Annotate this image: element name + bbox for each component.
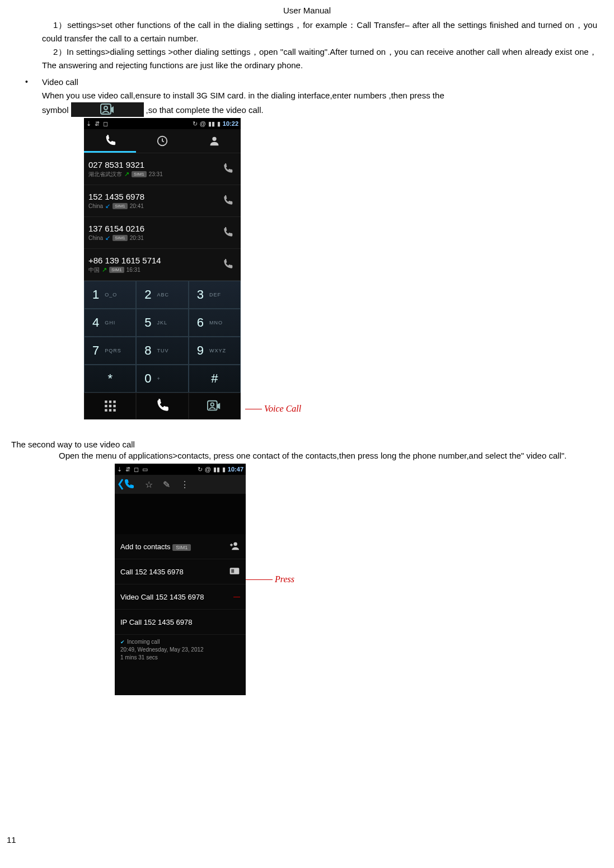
contact-menu-item[interactable]: Add to contacts SIM1 — [115, 534, 246, 559]
incoming-icon: ↙ — [105, 202, 110, 210]
star-icon[interactable]: ☆ — [145, 479, 153, 490]
contact-menu-item[interactable]: IP Call 152 1435 6978 — [115, 610, 246, 635]
key-letters: DEF — [209, 292, 221, 298]
key-letters: TUV — [157, 348, 169, 353]
key-letters: O_O — [105, 292, 117, 298]
svg-rect-12 — [113, 409, 115, 411]
contact-menu-item[interactable]: Video Call 152 1435 6978 — [115, 584, 246, 610]
outgoing-icon: ↗ — [124, 171, 129, 178]
key-letters: + — [157, 376, 161, 381]
call-time: 16:31 — [126, 267, 140, 273]
keypad-key-1[interactable]: 1O_O — [84, 281, 136, 309]
svg-rect-8 — [109, 405, 111, 407]
key-digit: 5 — [144, 315, 151, 330]
annotation-tick — [233, 597, 240, 597]
video-call-symbol — [71, 102, 144, 117]
keypad-key-#[interactable]: # — [189, 365, 241, 393]
key-digit: 9 — [197, 343, 204, 358]
notif-icon: ⇣ — [117, 466, 122, 473]
section-2-title: The second way to use video call — [11, 440, 603, 449]
bullet-title: Video call — [42, 76, 603, 89]
symbol-label-pre: symbol — [42, 105, 69, 115]
svg-rect-6 — [113, 400, 115, 403]
key-letters: ABC — [157, 292, 170, 298]
menu-label: Add to contacts SIM1 — [120, 542, 191, 551]
more-icon[interactable]: ⋮ — [180, 479, 189, 490]
keypad-key-4[interactable]: 4GHI — [84, 309, 136, 337]
clock-2: 10:47 — [228, 466, 243, 473]
sim-badge: SIM1 — [109, 267, 124, 273]
contact-topbar: ☆ ✎ ⋮ — [115, 475, 246, 494]
dialer-tab[interactable] — [84, 129, 136, 153]
data-icon: @ — [205, 466, 211, 473]
key-digit: # — [211, 371, 218, 386]
dial-icon[interactable] — [219, 192, 236, 209]
wifi-icon: ⇣ — [86, 120, 91, 128]
key-letters: MNO — [209, 320, 223, 326]
contact-menu-item[interactable]: Call 152 1435 6978 — [115, 559, 246, 584]
menu-button[interactable] — [84, 393, 136, 419]
call-number: 152 1435 6978 — [88, 192, 219, 201]
dial-icon[interactable] — [219, 161, 236, 177]
sim-badge: SIM1 — [172, 544, 191, 551]
keypad-key-2[interactable]: 2ABC — [136, 281, 188, 309]
contacts-screenshot: ⇣ ⇵ ◻ ▭ ↻ @ ▮▮ ▮ 10:47 ☆ ✎ ⋮ Add to cont… — [115, 464, 246, 695]
call-number: 027 8531 9321 — [88, 160, 219, 169]
video-call-button[interactable] — [189, 393, 241, 419]
call-log-row[interactable]: 137 6154 0216 China ↙ SIM1 20:31 — [84, 217, 241, 249]
key-digit: 2 — [144, 287, 151, 302]
menu-label: Video Call 152 1435 6978 — [120, 593, 204, 601]
svg-rect-5 — [109, 400, 111, 403]
sim-icon — [229, 567, 240, 577]
call-time: 20:41 — [130, 203, 144, 209]
call-location: China — [88, 235, 103, 241]
call-log-info: ✔Incoming call 20:49, Wednesday, May 23,… — [115, 635, 246, 695]
contacts-tab[interactable] — [189, 129, 241, 153]
keypad-key-9[interactable]: 9WXYZ — [189, 337, 241, 365]
data-icon: @ — [200, 120, 206, 127]
call-number: +86 139 1615 5714 — [88, 256, 219, 265]
sync-icon: ↻ — [193, 120, 198, 128]
bullet-icon: • — [11, 76, 42, 88]
person-add-icon — [229, 541, 240, 552]
battery-icon: ▮ — [222, 466, 226, 473]
paragraph-1: 1）settings>set other functions of the ca… — [42, 18, 597, 45]
key-digit: 8 — [144, 343, 151, 358]
menu-label: Call 152 1435 6978 — [120, 568, 184, 576]
keypad-key-*[interactable]: * — [84, 365, 136, 393]
notif-icon: ⇵ — [95, 120, 100, 128]
call-log-row[interactable]: +86 139 1615 5714 中国 ↗ SIM1 16:31 — [84, 249, 241, 281]
keypad-key-0[interactable]: 0+ — [136, 365, 188, 393]
keypad-key-7[interactable]: 7PQRS — [84, 337, 136, 365]
dial-icon[interactable] — [219, 256, 236, 273]
voice-call-annotation: Voice Call — [245, 404, 301, 414]
call-button[interactable] — [136, 393, 188, 419]
paragraph-3: When you use video call,ensure to instal… — [42, 89, 597, 102]
keypad-key-3[interactable]: 3DEF — [189, 281, 241, 309]
status-bar-2: ⇣ ⇵ ◻ ▭ ↻ @ ▮▮ ▮ 10:47 — [115, 464, 246, 475]
signal-icon: ▮▮ — [213, 466, 220, 473]
keypad-key-8[interactable]: 8TUV — [136, 337, 188, 365]
sync-icon: ↻ — [198, 466, 203, 473]
keypad-key-6[interactable]: 6MNO — [189, 309, 241, 337]
notif-icon-2: ◻ — [103, 120, 108, 128]
recent-tab[interactable] — [136, 129, 188, 153]
dial-icon[interactable] — [219, 224, 236, 241]
check-icon: ✔ — [120, 639, 125, 645]
svg-rect-16 — [230, 568, 240, 574]
keypad-key-5[interactable]: 5JKL — [136, 309, 188, 337]
call-log-row[interactable]: 027 8531 9321 湖北省武汉市 ↗ SIM1 23:31 — [84, 153, 241, 185]
key-digit: * — [107, 371, 113, 386]
call-log-row[interactable]: 152 1435 6978 China ↙ SIM1 20:41 — [84, 185, 241, 217]
call-time: 20:31 — [130, 235, 144, 241]
back-phone-icon[interactable] — [118, 477, 135, 492]
key-letters: PQRS — [105, 348, 121, 353]
incoming-icon: ↙ — [105, 234, 110, 242]
svg-rect-9 — [113, 405, 115, 407]
menu-label: IP Call 152 1435 6978 — [120, 618, 192, 626]
contact-photo-area — [115, 494, 246, 534]
svg-rect-4 — [105, 400, 107, 403]
key-letters: JKL — [157, 320, 168, 326]
sim-badge: SIM1 — [132, 171, 147, 177]
edit-icon[interactable]: ✎ — [163, 479, 170, 490]
